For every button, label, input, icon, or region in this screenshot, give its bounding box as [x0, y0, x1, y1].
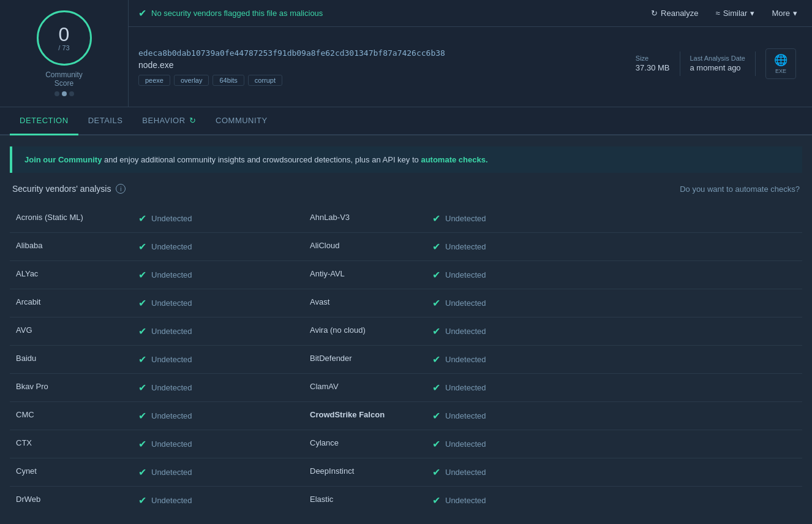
score-panel: 0 / 73 Community Score	[0, 0, 129, 107]
status-left: ✔ Undetected	[132, 487, 304, 514]
status-left: ✔ Undetected	[132, 233, 304, 260]
tab-details[interactable]: DETAILS	[78, 107, 133, 135]
status-right: ✔ Undetected	[426, 430, 802, 458]
vendor-name-left: Bkav Pro	[10, 374, 132, 401]
status-right: ✔ Undetected	[426, 317, 802, 345]
vendor-name-right: Elastic	[310, 495, 333, 504]
status-right: ✔ Undetected	[426, 261, 802, 289]
detection-row: Bkav Pro ✔ Undetected ClamAV ✔ Undetecte…	[10, 374, 802, 402]
tag-64bits: 64bits	[212, 75, 244, 86]
tab-community[interactable]: COMMUNITY	[206, 107, 277, 135]
vendor-name-right: BitDefender	[310, 354, 352, 363]
check-icon-left: ✔	[138, 325, 146, 337]
automate-checks-link[interactable]: automate checks.	[421, 155, 487, 164]
tab-detection[interactable]: DETECTION	[10, 107, 78, 135]
vendor-name-right: Antiy-AVL	[310, 269, 345, 278]
file-name: node.exe	[138, 60, 445, 70]
vendor-name-left: AVG	[10, 317, 132, 345]
info-icon[interactable]: i	[116, 184, 126, 194]
score-dots	[55, 91, 74, 96]
similar-button[interactable]: ≈ Similar ▾	[711, 6, 760, 20]
vendor-name-right: Avira (no cloud)	[304, 317, 426, 345]
vendor-name-left: ALYac	[10, 261, 132, 289]
file-icon-box: 🌐 EXE	[765, 48, 796, 79]
score-total: / 73	[58, 44, 69, 51]
status-right: ✔ Undetected	[426, 458, 802, 486]
check-circle-icon: ✔	[138, 7, 146, 19]
check-icon-left: ✔	[138, 213, 146, 224]
vendor-name-right: AliCloud	[310, 241, 339, 250]
vendor-name-right: BitDefender	[304, 346, 426, 373]
join-community-link[interactable]: Join our Community	[24, 155, 102, 164]
detection-row: CMC ✔ Undetected CrowdStrike Falcon ✔ Un…	[10, 402, 802, 430]
detection-row: CTX ✔ Undetected Cylance ✔ Undetected	[10, 430, 802, 458]
dot-2	[62, 91, 67, 96]
size-value: 37.30 MB	[636, 63, 670, 72]
check-icon-left: ✔	[138, 354, 146, 365]
dot-1	[55, 91, 59, 96]
score-label: Community Score	[45, 70, 83, 88]
similar-icon: ≈	[716, 9, 720, 18]
tabs-bar: DETECTION DETAILS BEHAVIOR ↻ COMMUNITY	[0, 107, 812, 135]
file-size-group: Size 37.30 MB	[636, 55, 670, 72]
detection-row: ALYac ✔ Undetected Antiy-AVL ✔ Undetecte…	[10, 261, 802, 289]
check-icon-right: ✔	[432, 382, 440, 393]
status-left: ✔ Undetected	[132, 317, 304, 345]
vendor-name-right: Avast	[310, 297, 329, 306]
score-circle: 0 / 73	[37, 10, 92, 66]
detection-row: AVG ✔ Undetected Avira (no cloud) ✔ Unde…	[10, 317, 802, 346]
status-right: ✔ Undetected	[426, 374, 802, 401]
status-left: ✔ Undetected	[132, 261, 304, 289]
detection-row: Cynet ✔ Undetected DeepInstinct ✔ Undete…	[10, 458, 802, 487]
file-panel: ✔ No security vendors flagged this file …	[129, 0, 812, 107]
status-actions: ↻ Reanalyze ≈ Similar ▾ More ▾	[646, 6, 802, 20]
check-icon-left: ✔	[138, 269, 146, 281]
more-button[interactable]: More ▾	[767, 6, 802, 20]
vendor-name-right: Cylance	[304, 430, 426, 458]
status-left: ✔ Undetected	[132, 205, 304, 232]
detection-row: Acronis (Static ML) ✔ Undetected AhnLab-…	[10, 205, 802, 233]
status-message: ✔ No security vendors flagged this file …	[138, 7, 323, 19]
check-icon-right: ✔	[432, 297, 440, 309]
status-right: ✔ Undetected	[426, 205, 802, 232]
detection-table: Acronis (Static ML) ✔ Undetected AhnLab-…	[10, 205, 802, 514]
check-icon-left: ✔	[138, 438, 146, 450]
automate-text: Do you want to automate checks?	[680, 184, 800, 194]
check-icon-right: ✔	[432, 241, 440, 253]
vendor-name-right: CrowdStrike Falcon	[310, 410, 385, 419]
status-right: ✔ Undetected	[426, 487, 802, 514]
detection-row: Baidu ✔ Undetected BitDefender ✔ Undetec…	[10, 346, 802, 374]
status-right: ✔ Undetected	[426, 346, 802, 373]
vendor-name-right: Cylance	[310, 438, 339, 447]
vendor-name-right: DeepInstinct	[310, 466, 354, 476]
check-icon-right: ✔	[432, 438, 440, 450]
analysis-date-label: Last Analysis Date	[690, 55, 746, 62]
detection-row: DrWeb ✔ Undetected Elastic ✔ Undetected	[10, 487, 802, 514]
check-icon-right: ✔	[432, 466, 440, 478]
vendor-name-right: DeepInstinct	[304, 458, 426, 486]
analysis-date-group: Last Analysis Date a moment ago	[690, 55, 746, 72]
tag-peexe: peexe	[138, 75, 170, 86]
chevron-down-icon: ▾	[750, 9, 754, 18]
status-left: ✔ Undetected	[132, 430, 304, 458]
vendor-name-left: Cynet	[10, 458, 132, 486]
file-details: edeca8b0dab10739a0fe44787253f91db09a8fe6…	[129, 27, 812, 107]
check-icon-left: ✔	[138, 410, 146, 422]
analysis-date-value: a moment ago	[690, 63, 746, 72]
vendor-name-right: Avira (no cloud)	[310, 325, 366, 335]
tab-behavior[interactable]: BEHAVIOR ↻	[132, 107, 206, 135]
file-tags: peexe overlay 64bits corrupt	[138, 75, 445, 86]
status-right: ✔ Undetected	[426, 289, 802, 317]
reanalyze-button[interactable]: ↻ Reanalyze	[646, 6, 703, 20]
community-banner: Join our Community and enjoy additional …	[10, 146, 802, 173]
dot-3	[69, 91, 74, 96]
check-icon-left: ✔	[138, 297, 146, 309]
main-content: Join our Community and enjoy additional …	[0, 135, 812, 520]
vendor-name-right: Elastic	[304, 487, 426, 514]
check-icon-right: ✔	[432, 354, 440, 365]
status-left: ✔ Undetected	[132, 289, 304, 317]
vendor-name-left: DrWeb	[10, 487, 132, 514]
vendor-name-right: ClamAV	[304, 374, 426, 401]
reanalyze-icon: ↻	[651, 9, 658, 18]
tag-corrupt: corrupt	[248, 75, 282, 86]
